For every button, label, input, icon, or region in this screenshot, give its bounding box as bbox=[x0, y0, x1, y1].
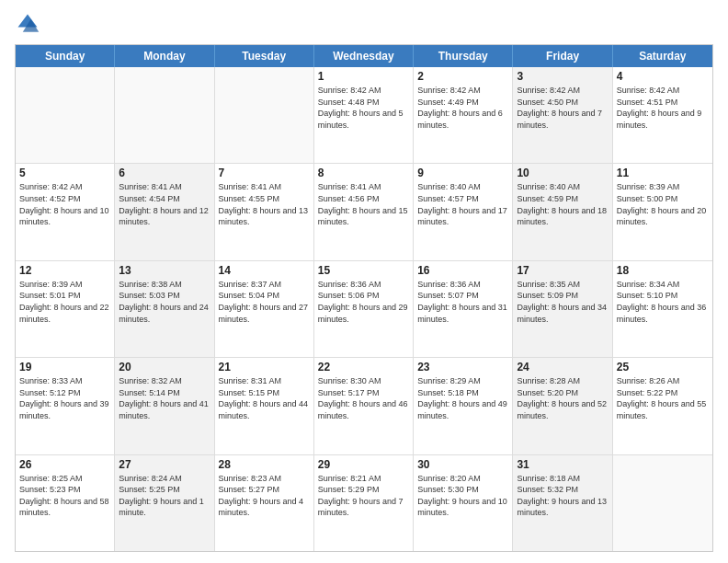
day-number: 16 bbox=[417, 264, 508, 277]
day-number: 3 bbox=[517, 70, 608, 83]
cal-cell: 4Sunrise: 8:42 AM Sunset: 4:51 PM Daylig… bbox=[613, 67, 712, 163]
day-number: 1 bbox=[318, 70, 409, 83]
cal-cell: 25Sunrise: 8:26 AM Sunset: 5:22 PM Dayli… bbox=[613, 358, 712, 454]
day-number: 22 bbox=[318, 361, 409, 373]
cal-cell: 13Sunrise: 8:38 AM Sunset: 5:03 PM Dayli… bbox=[115, 261, 214, 357]
day-detail: Sunrise: 8:36 AM Sunset: 5:06 PM Dayligh… bbox=[318, 279, 409, 325]
calendar-header: SundayMondayTuesdayWednesdayThursdayFrid… bbox=[16, 45, 712, 67]
logo-icon bbox=[15, 11, 40, 37]
day-number: 25 bbox=[617, 361, 709, 373]
cal-cell bbox=[215, 67, 314, 163]
col-header-monday: Monday bbox=[115, 45, 214, 67]
week-row-5: 26Sunrise: 8:25 AM Sunset: 5:23 PM Dayli… bbox=[16, 455, 712, 551]
col-header-friday: Friday bbox=[513, 45, 612, 67]
day-detail: Sunrise: 8:42 AM Sunset: 4:48 PM Dayligh… bbox=[318, 85, 409, 131]
day-detail: Sunrise: 8:39 AM Sunset: 5:01 PM Dayligh… bbox=[19, 279, 110, 325]
day-number: 8 bbox=[318, 167, 409, 179]
col-header-wednesday: Wednesday bbox=[314, 45, 414, 67]
cal-cell: 30Sunrise: 8:20 AM Sunset: 5:30 PM Dayli… bbox=[414, 455, 513, 551]
day-detail: Sunrise: 8:38 AM Sunset: 5:03 PM Dayligh… bbox=[119, 279, 210, 325]
day-number: 21 bbox=[219, 361, 310, 373]
day-detail: Sunrise: 8:23 AM Sunset: 5:27 PM Dayligh… bbox=[219, 473, 310, 519]
cal-cell: 22Sunrise: 8:30 AM Sunset: 5:17 PM Dayli… bbox=[314, 358, 414, 454]
day-number: 15 bbox=[318, 264, 409, 277]
week-row-1: 1Sunrise: 8:42 AM Sunset: 4:48 PM Daylig… bbox=[16, 67, 712, 164]
day-number: 11 bbox=[617, 167, 709, 179]
col-header-saturday: Saturday bbox=[613, 45, 712, 67]
cal-cell: 14Sunrise: 8:37 AM Sunset: 5:04 PM Dayli… bbox=[215, 261, 314, 357]
day-number: 28 bbox=[219, 458, 310, 471]
day-detail: Sunrise: 8:42 AM Sunset: 4:50 PM Dayligh… bbox=[517, 85, 608, 131]
day-detail: Sunrise: 8:34 AM Sunset: 5:10 PM Dayligh… bbox=[617, 279, 709, 325]
day-detail: Sunrise: 8:21 AM Sunset: 5:29 PM Dayligh… bbox=[318, 473, 409, 519]
cal-cell: 23Sunrise: 8:29 AM Sunset: 5:18 PM Dayli… bbox=[414, 358, 513, 454]
day-detail: Sunrise: 8:40 AM Sunset: 4:57 PM Dayligh… bbox=[417, 181, 508, 227]
day-number: 24 bbox=[517, 361, 608, 373]
cal-cell: 15Sunrise: 8:36 AM Sunset: 5:06 PM Dayli… bbox=[314, 261, 414, 357]
day-number: 10 bbox=[517, 167, 608, 179]
day-detail: Sunrise: 8:42 AM Sunset: 4:51 PM Dayligh… bbox=[617, 85, 709, 131]
cal-cell: 11Sunrise: 8:39 AM Sunset: 5:00 PM Dayli… bbox=[613, 164, 712, 259]
day-detail: Sunrise: 8:20 AM Sunset: 5:30 PM Dayligh… bbox=[417, 473, 508, 519]
day-number: 5 bbox=[19, 167, 110, 179]
cal-cell: 5Sunrise: 8:42 AM Sunset: 4:52 PM Daylig… bbox=[16, 164, 115, 259]
cal-cell: 24Sunrise: 8:28 AM Sunset: 5:20 PM Dayli… bbox=[513, 358, 612, 454]
day-detail: Sunrise: 8:25 AM Sunset: 5:23 PM Dayligh… bbox=[19, 473, 110, 519]
cal-cell: 7Sunrise: 8:41 AM Sunset: 4:55 PM Daylig… bbox=[215, 164, 314, 259]
day-number: 7 bbox=[219, 167, 310, 179]
cal-cell: 12Sunrise: 8:39 AM Sunset: 5:01 PM Dayli… bbox=[16, 261, 115, 357]
day-number: 6 bbox=[119, 167, 210, 179]
day-number: 20 bbox=[119, 361, 210, 373]
week-row-3: 12Sunrise: 8:39 AM Sunset: 5:01 PM Dayli… bbox=[16, 261, 712, 358]
cal-cell: 31Sunrise: 8:18 AM Sunset: 5:32 PM Dayli… bbox=[513, 455, 612, 551]
week-row-4: 19Sunrise: 8:33 AM Sunset: 5:12 PM Dayli… bbox=[16, 358, 712, 454]
day-detail: Sunrise: 8:28 AM Sunset: 5:20 PM Dayligh… bbox=[517, 375, 608, 421]
cal-cell: 26Sunrise: 8:25 AM Sunset: 5:23 PM Dayli… bbox=[16, 455, 115, 551]
cal-cell: 29Sunrise: 8:21 AM Sunset: 5:29 PM Dayli… bbox=[314, 455, 414, 551]
day-detail: Sunrise: 8:24 AM Sunset: 5:25 PM Dayligh… bbox=[119, 473, 210, 519]
day-detail: Sunrise: 8:30 AM Sunset: 5:17 PM Dayligh… bbox=[318, 375, 409, 421]
col-header-sunday: Sunday bbox=[16, 45, 115, 67]
day-detail: Sunrise: 8:29 AM Sunset: 5:18 PM Dayligh… bbox=[417, 375, 508, 421]
day-number: 9 bbox=[417, 167, 508, 179]
cal-cell bbox=[613, 455, 712, 551]
header bbox=[15, 11, 713, 37]
day-detail: Sunrise: 8:42 AM Sunset: 4:49 PM Dayligh… bbox=[417, 85, 508, 131]
day-detail: Sunrise: 8:42 AM Sunset: 4:52 PM Dayligh… bbox=[19, 181, 110, 227]
day-detail: Sunrise: 8:40 AM Sunset: 4:59 PM Dayligh… bbox=[517, 181, 608, 227]
week-row-2: 5Sunrise: 8:42 AM Sunset: 4:52 PM Daylig… bbox=[16, 164, 712, 260]
day-number: 31 bbox=[517, 458, 608, 471]
cal-cell: 27Sunrise: 8:24 AM Sunset: 5:25 PM Dayli… bbox=[115, 455, 214, 551]
col-header-tuesday: Tuesday bbox=[215, 45, 314, 67]
day-detail: Sunrise: 8:36 AM Sunset: 5:07 PM Dayligh… bbox=[417, 279, 508, 325]
cal-cell bbox=[16, 67, 115, 163]
day-number: 19 bbox=[19, 361, 110, 373]
logo bbox=[15, 11, 44, 37]
day-detail: Sunrise: 8:39 AM Sunset: 5:00 PM Dayligh… bbox=[617, 181, 709, 227]
day-number: 4 bbox=[617, 70, 709, 83]
page: SundayMondayTuesdayWednesdayThursdayFrid… bbox=[0, 0, 728, 563]
day-number: 17 bbox=[517, 264, 608, 277]
cal-cell: 20Sunrise: 8:32 AM Sunset: 5:14 PM Dayli… bbox=[115, 358, 214, 454]
cal-cell: 10Sunrise: 8:40 AM Sunset: 4:59 PM Dayli… bbox=[513, 164, 612, 259]
cal-cell bbox=[115, 67, 214, 163]
cal-cell: 18Sunrise: 8:34 AM Sunset: 5:10 PM Dayli… bbox=[613, 261, 712, 357]
day-number: 29 bbox=[318, 458, 409, 471]
col-header-thursday: Thursday bbox=[414, 45, 513, 67]
cal-cell: 28Sunrise: 8:23 AM Sunset: 5:27 PM Dayli… bbox=[215, 455, 314, 551]
cal-cell: 1Sunrise: 8:42 AM Sunset: 4:48 PM Daylig… bbox=[314, 67, 414, 163]
day-number: 23 bbox=[417, 361, 508, 373]
day-detail: Sunrise: 8:32 AM Sunset: 5:14 PM Dayligh… bbox=[119, 375, 210, 421]
day-detail: Sunrise: 8:18 AM Sunset: 5:32 PM Dayligh… bbox=[517, 473, 608, 519]
calendar-body: 1Sunrise: 8:42 AM Sunset: 4:48 PM Daylig… bbox=[16, 67, 712, 551]
day-detail: Sunrise: 8:41 AM Sunset: 4:56 PM Dayligh… bbox=[318, 181, 409, 227]
cal-cell: 17Sunrise: 8:35 AM Sunset: 5:09 PM Dayli… bbox=[513, 261, 612, 357]
cal-cell: 21Sunrise: 8:31 AM Sunset: 5:15 PM Dayli… bbox=[215, 358, 314, 454]
day-number: 14 bbox=[219, 264, 310, 277]
day-number: 27 bbox=[119, 458, 210, 471]
cal-cell: 2Sunrise: 8:42 AM Sunset: 4:49 PM Daylig… bbox=[414, 67, 513, 163]
cal-cell: 19Sunrise: 8:33 AM Sunset: 5:12 PM Dayli… bbox=[16, 358, 115, 454]
cal-cell: 8Sunrise: 8:41 AM Sunset: 4:56 PM Daylig… bbox=[314, 164, 414, 259]
day-number: 18 bbox=[617, 264, 709, 277]
cal-cell: 16Sunrise: 8:36 AM Sunset: 5:07 PM Dayli… bbox=[414, 261, 513, 357]
